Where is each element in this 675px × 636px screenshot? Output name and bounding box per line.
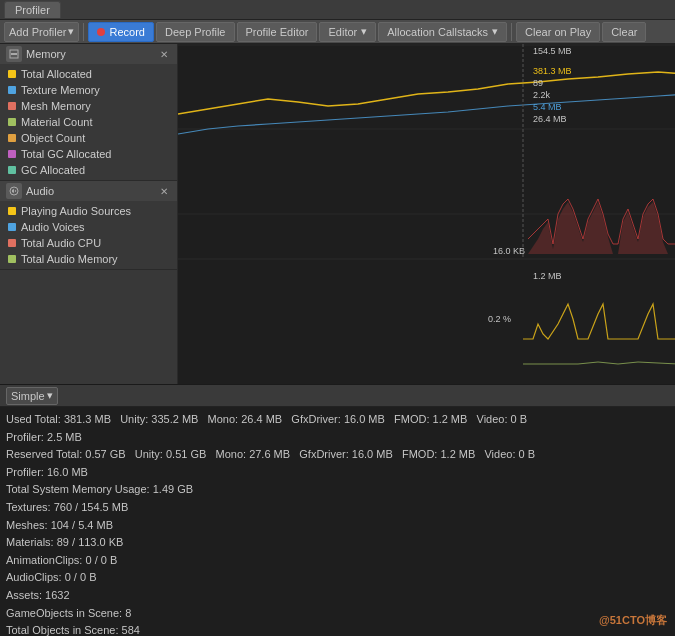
memory-panel-title: Memory bbox=[26, 48, 66, 60]
editor-dropdown-button[interactable]: Editor ▾ bbox=[319, 22, 376, 42]
stat-line: Total System Memory Usage: 1.49 GB bbox=[6, 481, 669, 499]
svg-text:0.2 %: 0.2 % bbox=[488, 314, 511, 324]
color-dot bbox=[8, 255, 16, 263]
audio-close-icon[interactable]: ✕ bbox=[157, 185, 171, 198]
audio-panel-header[interactable]: Audio ✕ bbox=[0, 181, 177, 201]
color-dot bbox=[8, 86, 16, 94]
color-dot bbox=[8, 166, 16, 174]
title-tab[interactable]: Profiler bbox=[4, 1, 61, 18]
separator-1 bbox=[83, 23, 84, 41]
svg-text:381.3 MB: 381.3 MB bbox=[533, 66, 572, 76]
clear-on-play-button[interactable]: Clear on Play bbox=[516, 22, 600, 42]
color-dot bbox=[8, 70, 16, 78]
memory-item[interactable]: Material Count bbox=[0, 114, 177, 130]
svg-text:16.0 KB: 16.0 KB bbox=[493, 246, 525, 256]
memory-close-icon[interactable]: ✕ bbox=[157, 48, 171, 61]
record-button[interactable]: Record bbox=[88, 22, 153, 42]
chevron-down-icon-simple: ▾ bbox=[47, 389, 53, 402]
stat-line: Textures: 760 / 154.5 MB bbox=[6, 499, 669, 517]
color-dot bbox=[8, 134, 16, 142]
simple-label: Simple bbox=[11, 390, 45, 402]
color-dot bbox=[8, 102, 16, 110]
stats-area: Used Total: 381.3 MB Unity: 335.2 MB Mon… bbox=[0, 407, 675, 636]
stat-line: Materials: 89 / 113.0 KB bbox=[6, 534, 669, 552]
color-dot bbox=[8, 118, 16, 126]
stat-line: Used Total: 381.3 MB Unity: 335.2 MB Mon… bbox=[6, 411, 669, 429]
audio-panel-title: Audio bbox=[26, 185, 54, 197]
stat-line: GameObjects in Scene: 8 bbox=[6, 605, 669, 623]
deep-profile-button[interactable]: Deep Profile bbox=[156, 22, 235, 42]
svg-text:89: 89 bbox=[533, 78, 543, 88]
allocation-callstacks-dropdown[interactable]: Allocation Callstacks ▾ bbox=[378, 22, 507, 42]
simple-bar: Simple ▾ bbox=[0, 385, 675, 407]
watermark: @51CTO博客 bbox=[599, 613, 667, 628]
separator-2 bbox=[511, 23, 512, 41]
color-dot bbox=[8, 150, 16, 158]
left-panel: Memory ✕ Total AllocatedTexture MemoryMe… bbox=[0, 44, 178, 384]
record-dot-icon bbox=[97, 28, 105, 36]
stat-line: Assets: 1632 bbox=[6, 587, 669, 605]
memory-panel-header[interactable]: Memory ✕ bbox=[0, 44, 177, 64]
audio-icon bbox=[6, 183, 22, 199]
main-content: Memory ✕ Total AllocatedTexture MemoryMe… bbox=[0, 44, 675, 384]
svg-text:1.2 MB: 1.2 MB bbox=[533, 271, 562, 281]
svg-text:154.5 MB: 154.5 MB bbox=[533, 46, 572, 56]
profiler-graph: 154.5 MB 381.3 MB 89 2.2k 5.4 MB 26.4 MB… bbox=[178, 44, 675, 384]
graph-area: 154.5 MB 381.3 MB 89 2.2k 5.4 MB 26.4 MB… bbox=[178, 44, 675, 384]
svg-rect-1 bbox=[11, 53, 17, 55]
audio-section: Audio ✕ Playing Audio SourcesAudio Voice… bbox=[0, 181, 177, 270]
title-bar: Profiler bbox=[0, 0, 675, 20]
svg-text:2.2k: 2.2k bbox=[533, 90, 551, 100]
memory-item[interactable]: GC Allocated bbox=[0, 162, 177, 178]
color-dot bbox=[8, 207, 16, 215]
stat-line: Profiler: 2.5 MB bbox=[6, 429, 669, 447]
audio-item[interactable]: Playing Audio Sources bbox=[0, 203, 177, 219]
stat-line: AnimationClips: 0 / 0 B bbox=[6, 552, 669, 570]
add-profiler-dropdown[interactable]: Add Profiler ▾ bbox=[4, 22, 79, 42]
memory-item[interactable]: Object Count bbox=[0, 130, 177, 146]
color-dot bbox=[8, 239, 16, 247]
memory-item[interactable]: Total Allocated bbox=[0, 66, 177, 82]
memory-icon bbox=[6, 46, 22, 62]
stat-line: Total Objects in Scene: 584 bbox=[6, 622, 669, 636]
chevron-down-icon-3: ▾ bbox=[492, 25, 498, 38]
profile-editor-button[interactable]: Profile Editor bbox=[237, 22, 318, 42]
color-dot bbox=[8, 223, 16, 231]
audio-item[interactable]: Total Audio Memory bbox=[0, 251, 177, 267]
chevron-down-icon: ▾ bbox=[68, 25, 74, 38]
simple-dropdown[interactable]: Simple ▾ bbox=[6, 387, 58, 405]
audio-item[interactable]: Audio Voices bbox=[0, 219, 177, 235]
clear-button[interactable]: Clear bbox=[602, 22, 646, 42]
memory-item[interactable]: Total GC Allocated bbox=[0, 146, 177, 162]
stat-line: Meshes: 104 / 5.4 MB bbox=[6, 517, 669, 535]
stat-line: Profiler: 16.0 MB bbox=[6, 464, 669, 482]
audio-panel-items: Playing Audio SourcesAudio VoicesTotal A… bbox=[0, 201, 177, 269]
audio-item[interactable]: Total Audio CPU bbox=[0, 235, 177, 251]
bottom-area: Simple ▾ Used Total: 381.3 MB Unity: 335… bbox=[0, 384, 675, 636]
chevron-down-icon-2: ▾ bbox=[361, 25, 367, 38]
toolbar: Add Profiler ▾ Record Deep Profile Profi… bbox=[0, 20, 675, 44]
svg-text:5.4 MB: 5.4 MB bbox=[533, 102, 562, 112]
stat-line: Reserved Total: 0.57 GB Unity: 0.51 GB M… bbox=[6, 446, 669, 464]
memory-panel-items: Total AllocatedTexture MemoryMesh Memory… bbox=[0, 64, 177, 180]
memory-section: Memory ✕ Total AllocatedTexture MemoryMe… bbox=[0, 44, 177, 181]
memory-item[interactable]: Mesh Memory bbox=[0, 98, 177, 114]
svg-text:26.4 MB: 26.4 MB bbox=[533, 114, 567, 124]
stat-line: AudioClips: 0 / 0 B bbox=[6, 569, 669, 587]
memory-item[interactable]: Texture Memory bbox=[0, 82, 177, 98]
